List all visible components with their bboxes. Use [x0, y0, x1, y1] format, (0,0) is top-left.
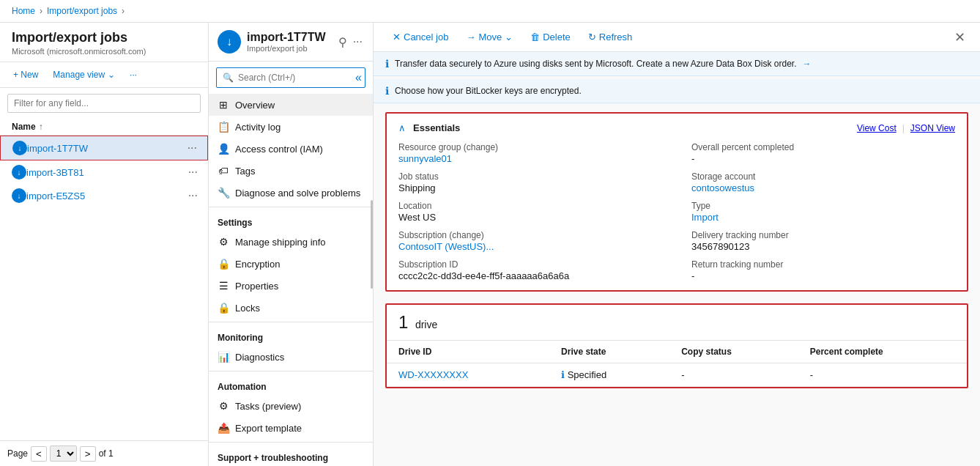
item-more-0[interactable]: ··· [185, 141, 200, 155]
list-item[interactable]: ↓ import-1T7TW ··· [0, 136, 208, 160]
import-icon: ↓ [12, 141, 27, 155]
nav-item-access-control[interactable]: 👤 Access control (IAM) [209, 138, 373, 160]
nav-divider-1 [209, 207, 373, 207]
more-icon[interactable]: ··· [352, 34, 364, 50]
view-cost-link[interactable]: View Cost [857, 123, 897, 133]
search-input[interactable] [238, 73, 348, 83]
warn-banner: ℹ Choose how your BitLocker keys are enc… [374, 79, 980, 103]
nav-item-activity-log[interactable]: 📋 Activity log [209, 116, 373, 138]
chevron-down-icon: ⌄ [108, 70, 115, 80]
list-items: ↓ import-1T7TW ··· ↓ import-3BT81 ··· ↓ … [0, 136, 208, 440]
essentials-title: Essentials [413, 122, 460, 133]
info-banner-link[interactable]: → [802, 59, 811, 69]
nav-item-properties[interactable]: ☰ Properties [209, 275, 373, 297]
item-more-2[interactable]: ··· [185, 189, 201, 202]
middle-panel: ↓ import-1T7TW Import/export job ⚲ ··· 🔍… [209, 23, 374, 466]
percent-complete-cell: - [798, 363, 967, 387]
breadcrumb-sep1: › [40, 6, 42, 16]
col-drive-state: Drive state [549, 341, 669, 363]
more-button[interactable]: ··· [124, 67, 143, 83]
job-title-group: import-1T7TW Import/export job [247, 31, 326, 53]
breadcrumb-parent[interactable]: Import/export jobs [47, 6, 117, 16]
trash-icon: 🗑 [530, 32, 540, 42]
resource-group-field: Resource group (change) sunnyvale01 [398, 142, 662, 164]
breadcrumb-sep2: › [122, 6, 125, 16]
essentials-toggle[interactable]: ∧ [398, 122, 406, 133]
delivery-tracking-field: Delivery tracking number 34567890123 [691, 230, 955, 252]
nav-section-automation: Automation [209, 374, 373, 395]
chevron-icon: ⌄ [505, 32, 513, 42]
nav-item-diagnose[interactable]: 🔧 Diagnose and solve problems [209, 182, 373, 204]
nav-item-tags[interactable]: 🏷 Tags [209, 160, 373, 182]
essentials-links: View Cost | JSON View [857, 123, 955, 133]
tasks-icon: ⚙ [218, 400, 229, 412]
left-panel-title: Import/export jobs [12, 30, 196, 45]
job-status-field: Job status Shipping [398, 171, 662, 193]
move-icon: → [466, 32, 475, 42]
list-item[interactable]: ↓ import-3BT81 ··· [0, 160, 208, 184]
storage-account-field: Storage account contosowestus [691, 171, 955, 193]
job-title: import-1T7TW [247, 31, 326, 44]
prev-page-button[interactable]: < [31, 446, 47, 462]
job-subtitle: Import/export job [247, 44, 326, 53]
delete-button[interactable]: 🗑 Delete [523, 29, 578, 45]
nav-item-locks[interactable]: 🔒 Locks [209, 297, 373, 319]
subscription-id-field: Subscription ID cccc2c2c-dd3d-ee4e-ff5f-… [398, 259, 662, 281]
close-button[interactable]: ✕ [951, 29, 968, 45]
list-header: Name ↑ [0, 119, 208, 136]
breadcrumb-home[interactable]: Home [12, 6, 35, 16]
breadcrumb: Home › Import/export jobs › [0, 0, 980, 23]
left-panel: Import/export jobs Microsoft (microsoft.… [0, 23, 209, 466]
page-select[interactable]: 1 [50, 445, 77, 462]
manage-view-button[interactable]: Manage view ⌄ [47, 67, 121, 83]
pin-icon[interactable]: ⚲ [337, 34, 349, 51]
subscription-field: Subscription (change) ContosoIT (WestUS)… [398, 230, 662, 252]
link-sep: | [902, 123, 905, 133]
list-item[interactable]: ↓ import-E5ZS5 ··· [0, 184, 208, 207]
copy-status-cell: - [669, 363, 798, 387]
item-more-1[interactable]: ··· [185, 166, 201, 179]
next-page-button[interactable]: > [80, 446, 96, 462]
cancel-job-button[interactable]: ✕ Cancel job [385, 29, 456, 45]
nav-item-export-template[interactable]: 📤 Export template [209, 417, 373, 439]
nav-divider-4 [209, 442, 373, 443]
refresh-button[interactable]: ↻ Refresh [581, 29, 640, 45]
nav-item-overview[interactable]: ⊞ Overview [209, 94, 373, 116]
sort-icon: ↑ [39, 122, 43, 132]
new-button[interactable]: + New [7, 67, 44, 83]
list-footer: Page < 1 > of 1 [0, 440, 208, 466]
drive-id-cell[interactable]: WD-XXXXXXXX [387, 363, 549, 387]
table-row: WD-XXXXXXXX ℹ Specified - - [387, 363, 967, 387]
bars-icon: ☰ [218, 280, 229, 292]
nav-item-encryption[interactable]: 🔒 Encryption [209, 253, 373, 275]
move-button[interactable]: → Move ⌄ [459, 29, 520, 45]
nav-section-monitoring: Monitoring [209, 325, 373, 346]
essentials-header: ∧ Essentials View Cost | JSON View [398, 122, 955, 133]
scroll-indicator [371, 200, 373, 289]
left-panel-header: Import/export jobs Microsoft (microsoft.… [0, 23, 208, 62]
nav-item-tasks[interactable]: ⚙ Tasks (preview) [209, 395, 373, 417]
activity-icon: 📋 [218, 121, 229, 133]
page-label: Page [7, 448, 28, 459]
nav-section-settings: Settings [209, 210, 373, 231]
right-panel-toolbar: ✕ Cancel job → Move ⌄ 🗑 Delete ↻ Refresh… [374, 23, 980, 52]
drives-table: Drive ID Drive state Copy status Percent… [387, 341, 967, 387]
collapse-button[interactable]: « [352, 71, 365, 84]
job-icon: ↓ [218, 30, 241, 53]
lock2-icon: 🔒 [218, 302, 229, 314]
drives-header: 1 drive [387, 305, 967, 341]
import-icon: ↓ [12, 188, 26, 203]
col-percent-complete: Percent complete [798, 341, 967, 363]
nav-item-diagnostics[interactable]: 📊 Diagnostics [209, 346, 373, 368]
export-icon: 📤 [218, 422, 229, 434]
col-drive-id: Drive ID [387, 341, 549, 363]
col-copy-status: Copy status [669, 341, 798, 363]
type-field: Type Import [691, 201, 955, 223]
json-view-link[interactable]: JSON View [910, 123, 955, 133]
info-banner: ℹ Transfer data securely to Azure using … [374, 52, 980, 76]
page-total: of 1 [99, 448, 114, 459]
location-field: Location West US [398, 201, 662, 223]
filter-input[interactable] [7, 94, 201, 113]
nav-item-shipping[interactable]: ⚙ Manage shipping info [209, 231, 373, 253]
grid-icon: ⊞ [218, 99, 229, 111]
